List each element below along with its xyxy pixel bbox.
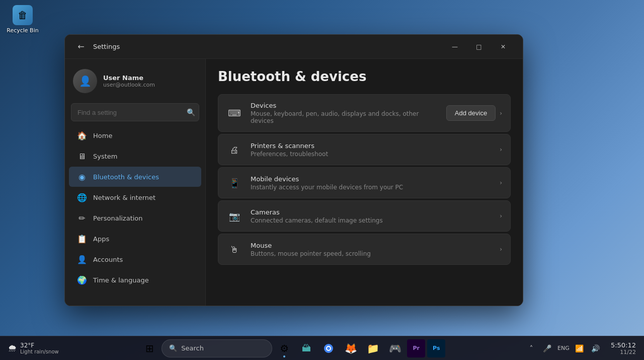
settings-window: ← Settings — □ ✕ 👤 User Name user@outloo… [64,34,523,306]
printers-desc: Preferences, troubleshoot [251,151,492,158]
volume-icon[interactable]: 🔊 [589,341,603,355]
sidebar-item-network[interactable]: 🌐 Network & internet [69,187,201,207]
system-icon: 🖥 [77,151,87,161]
settings-card-devices: ⌨ Devices Mouse, keyboard, pen, audio, d… [218,94,511,132]
sidebar-item-personalization-label: Personalization [93,214,143,222]
settings-item-mouse[interactable]: 🖱 Mouse Buttons, mouse pointer speed, sc… [218,234,510,264]
sidebar-item-time-label: Time & language [93,276,149,284]
cameras-title: Cameras [251,208,492,216]
cameras-text: Cameras Connected cameras, default image… [251,208,492,224]
cameras-desc: Connected cameras, default image setting… [251,217,492,224]
taskbar-center: ⊞ 🔍 Search ⚙ 🏔 🦊 📁 🎮 Pr Ps [63,338,522,358]
start-button[interactable]: ⊞ [139,338,159,358]
taskbar-clock[interactable]: 5:50:12 11/22 [607,341,640,355]
network-icon[interactable]: 📶 [573,341,587,355]
settings-item-mobile[interactable]: 📱 Mobile devices Instantly access your m… [218,168,510,198]
sidebar-item-home[interactable]: 🏠 Home [69,125,201,146]
maximize-button[interactable]: □ [467,39,491,55]
desktop-icon-recycle-bin[interactable]: 🗑 Recycle Bin [5,5,40,34]
clock-date: 11/22 [611,349,636,355]
taskbar-search-box[interactable]: 🔍 Search [162,339,272,357]
system-tray: ˄ 🎤 ENG 📶 🔊 [522,341,605,355]
taskbar-app-chrome[interactable] [318,338,339,358]
chevron-up-icon[interactable]: ˄ [524,341,538,355]
taskbar-app-settings[interactable]: ⚙ [274,338,294,358]
mouse-title: Mouse [251,242,492,249]
mouse-text: Mouse Buttons, mouse pointer speed, scro… [251,242,492,257]
mobile-desc: Instantly access your mobile devices fro… [251,184,492,191]
sidebar-item-network-label: Network & internet [93,194,155,201]
weather-icon: 🌨 [8,343,17,353]
search-input[interactable] [71,103,199,121]
time-icon: 🌍 [77,275,87,285]
sidebar-item-apps[interactable]: 📋 Apps [69,229,201,249]
mobile-text: Mobile devices Instantly access your mob… [251,175,492,191]
window-controls: — □ ✕ [443,39,515,55]
printers-text: Printers & scanners Preferences, trouble… [251,142,492,158]
weather-info: 32°F Light rain/snow [20,342,59,354]
add-device-button[interactable]: Add device [446,105,496,121]
bluetooth-icon: ◉ [77,172,87,182]
window-title: Settings [93,43,443,50]
accounts-icon: 👤 [77,254,87,264]
taskbar-search-icon: 🔍 [169,344,177,352]
language-indicator[interactable]: ENG [556,341,571,355]
sidebar-item-bluetooth-label: Bluetooth & devices [93,173,159,181]
svg-point-2 [327,347,330,350]
search-box: 🔍 [71,103,199,121]
profile-email: user@outlook.com [103,82,197,88]
taskbar: 🌨 32°F Light rain/snow ⊞ 🔍 Search ⚙ 🏔 🦊 … [0,336,644,360]
mouse-chevron-icon: › [500,246,502,253]
sidebar-item-accounts[interactable]: 👤 Accounts [69,249,201,269]
weather-desc: Light rain/snow [20,349,59,354]
profile-section[interactable]: 👤 User Name user@outlook.com [65,63,205,99]
devices-actions: Add device › [446,105,502,121]
sidebar-item-accounts-label: Accounts [93,256,123,263]
sidebar-nav: 🏠 Home 🖥 System ◉ Bluetooth & devices 🌐 … [65,125,205,290]
minimize-button[interactable]: — [443,39,466,55]
sidebar: 👤 User Name user@outlook.com 🔍 🏠 Home [65,59,206,306]
back-button[interactable]: ← [73,39,89,55]
sidebar-item-apps-label: Apps [93,235,109,243]
sidebar-item-system-label: System [93,153,117,160]
profile-info: User Name user@outlook.com [103,74,197,88]
content-area: 👤 User Name user@outlook.com 🔍 🏠 Home [65,59,523,306]
devices-chevron-icon: › [500,110,502,117]
devices-title: Devices [251,102,438,109]
taskbar-app-photos[interactable]: 🏔 [296,338,316,358]
taskbar-app-files[interactable]: 📁 [363,338,383,358]
desktop: 🗑 Recycle Bin ← Settings — □ ✕ 👤 User Na [0,0,644,360]
printers-icon: 🖨 [226,141,243,158]
recycle-bin-label: Recycle Bin [7,27,38,34]
taskbar-app-xbox[interactable]: 🎮 [385,338,405,358]
devices-text: Devices Mouse, keyboard, pen, audio, dis… [251,102,438,124]
recycle-bin-icon: 🗑 [13,5,33,25]
taskbar-right: ˄ 🎤 ENG 📶 🔊 5:50:12 11/22 [522,341,640,355]
taskbar-search-label: Search [181,344,204,352]
taskbar-app-firefox[interactable]: 🦊 [341,338,361,358]
sidebar-item-system[interactable]: 🖥 System [69,146,201,166]
settings-card-mouse: 🖱 Mouse Buttons, mouse pointer speed, sc… [218,234,511,265]
sidebar-item-personalization[interactable]: ✏️ Personalization [69,208,201,228]
profile-name: User Name [103,74,197,82]
temperature: 32°F [20,342,59,349]
sidebar-item-home-label: Home [93,132,112,139]
home-icon: 🏠 [77,130,87,140]
search-icon: 🔍 [187,108,195,116]
settings-card-printers: 🖨 Printers & scanners Preferences, troub… [218,134,511,165]
sidebar-item-time[interactable]: 🌍 Time & language [69,270,201,290]
taskbar-app-photoshop[interactable]: Ps [427,339,445,357]
apps-icon: 📋 [77,234,87,244]
settings-item-devices[interactable]: ⌨ Devices Mouse, keyboard, pen, audio, d… [218,95,510,131]
taskbar-app-premiere[interactable]: Pr [407,339,425,357]
taskbar-weather[interactable]: 🌨 32°F Light rain/snow [4,342,63,354]
title-bar: ← Settings — □ ✕ [65,35,523,59]
microphone-icon[interactable]: 🎤 [540,341,554,355]
clock-time: 5:50:12 [611,341,636,349]
sidebar-item-bluetooth[interactable]: ◉ Bluetooth & devices [69,167,201,187]
close-button[interactable]: ✕ [492,39,515,55]
cameras-chevron-icon: › [500,212,502,220]
settings-item-printers[interactable]: 🖨 Printers & scanners Preferences, troub… [218,134,510,165]
devices-desc: Mouse, keyboard, pen, audio, displays an… [251,110,438,124]
settings-item-cameras[interactable]: 📷 Cameras Connected cameras, default ima… [218,201,510,231]
